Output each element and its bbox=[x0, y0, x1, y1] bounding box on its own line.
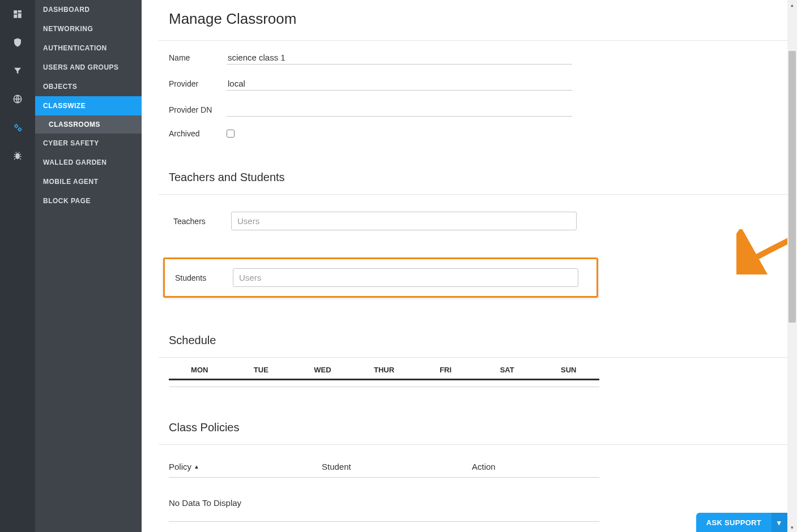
sidebar-item-cyber-safety[interactable]: CYBER SAFETY bbox=[35, 134, 142, 153]
gears-icon bbox=[12, 122, 23, 132]
scroll-down-icon[interactable]: ▾ bbox=[787, 522, 797, 532]
policies-header: Policy ▲ Student Action bbox=[169, 445, 599, 478]
bug-icon bbox=[12, 151, 23, 161]
rail-gears[interactable] bbox=[0, 113, 35, 141]
sort-asc-icon: ▲ bbox=[194, 464, 199, 470]
rail-bug[interactable] bbox=[0, 141, 35, 170]
sidebar-item-walled-garden[interactable]: WALLED GARDEN bbox=[35, 153, 142, 172]
row-name: Name bbox=[169, 51, 770, 65]
section-teachers-students: Teachers and Students bbox=[159, 156, 770, 194]
sidebar-item-authentication[interactable]: AUTHENTICATION bbox=[35, 38, 142, 58]
label-teachers: Teachers bbox=[173, 217, 231, 226]
row-providerdn: Provider DN bbox=[169, 103, 770, 117]
section-schedule: Schedule bbox=[159, 319, 770, 357]
page-title: Manage Classroom bbox=[159, 0, 770, 40]
policies-block: Policy ▲ Student Action No Data To Displ… bbox=[159, 445, 770, 522]
label-students: Students bbox=[175, 273, 233, 282]
ask-support-button[interactable]: ASK SUPPORT bbox=[696, 513, 772, 532]
sidebar-item-networking[interactable]: NETWORKING bbox=[35, 19, 142, 38]
rail-filter[interactable] bbox=[0, 57, 35, 85]
chevron-down-icon: ▾ bbox=[777, 518, 781, 527]
rail-globe[interactable] bbox=[0, 85, 35, 113]
input-teachers[interactable] bbox=[231, 212, 577, 230]
globe-icon bbox=[12, 94, 23, 104]
row-students: Students bbox=[163, 258, 598, 298]
day-sun[interactable]: SUN bbox=[538, 362, 599, 379]
day-fri[interactable]: FRI bbox=[415, 362, 476, 379]
svg-point-3 bbox=[15, 153, 20, 160]
ask-support-dropdown[interactable]: ▾ bbox=[772, 513, 787, 532]
sidebar-item-objects[interactable]: OBJECTS bbox=[35, 77, 142, 96]
col-policy[interactable]: Policy ▲ bbox=[169, 462, 322, 471]
day-mon[interactable]: MON bbox=[169, 362, 231, 379]
icon-rail bbox=[0, 0, 35, 532]
checkbox-archived[interactable] bbox=[227, 130, 235, 138]
divider bbox=[169, 521, 599, 522]
col-student[interactable]: Student bbox=[322, 462, 472, 471]
input-providerdn[interactable] bbox=[227, 103, 572, 117]
sidebar-item-mobile-agent[interactable]: MOBILE AGENT bbox=[35, 172, 142, 191]
section-policies: Class Policies bbox=[159, 387, 770, 444]
sidebar-item-dashboard[interactable]: DASHBOARD bbox=[35, 0, 142, 19]
svg-point-1 bbox=[15, 125, 18, 128]
label-name: Name bbox=[169, 53, 227, 62]
vertical-scrollbar[interactable]: ▴ ▾ bbox=[787, 0, 797, 532]
content-wrap: Manage Classroom Name Provider Provider … bbox=[142, 0, 797, 532]
input-provider[interactable] bbox=[227, 77, 572, 91]
filter-icon bbox=[13, 66, 22, 75]
col-action[interactable]: Action bbox=[472, 462, 585, 471]
policies-empty: No Data To Display bbox=[169, 478, 770, 521]
input-name[interactable] bbox=[227, 51, 572, 65]
label-archived: Archived bbox=[169, 129, 227, 138]
sidebar-item-users-groups[interactable]: USERS AND GROUPS bbox=[35, 58, 142, 77]
scroll-up-icon[interactable]: ▴ bbox=[787, 0, 797, 10]
schedule-body bbox=[169, 380, 599, 387]
input-students[interactable] bbox=[233, 268, 578, 287]
scroll-thumb[interactable] bbox=[789, 51, 796, 323]
sidebar: DASHBOARD NETWORKING AUTHENTICATION USER… bbox=[35, 0, 142, 532]
teachers-students-block: Teachers Students bbox=[159, 195, 770, 319]
ask-support: ASK SUPPORT ▾ bbox=[696, 513, 787, 532]
day-thur[interactable]: THUR bbox=[353, 362, 415, 379]
col-policy-label: Policy bbox=[169, 462, 191, 471]
rail-shield[interactable] bbox=[0, 28, 35, 57]
day-wed[interactable]: WED bbox=[292, 362, 353, 379]
sidebar-item-block-page[interactable]: BLOCK PAGE bbox=[35, 191, 142, 211]
divider bbox=[159, 357, 787, 358]
label-providerdn: Provider DN bbox=[169, 105, 227, 114]
sidebar-sub-classrooms[interactable]: CLASSROOMS bbox=[35, 115, 142, 134]
day-sat[interactable]: SAT bbox=[476, 362, 538, 379]
shield-icon bbox=[12, 37, 23, 48]
dashboard-icon bbox=[12, 9, 23, 19]
day-tue[interactable]: TUE bbox=[231, 362, 292, 379]
row-provider: Provider bbox=[169, 77, 770, 91]
row-teachers: Teachers bbox=[169, 203, 770, 239]
schedule-header: MON TUE WED THUR FRI SAT SUN bbox=[169, 362, 599, 380]
classroom-form: Name Provider Provider DN Archived bbox=[159, 41, 770, 156]
svg-point-2 bbox=[19, 128, 22, 131]
label-provider: Provider bbox=[169, 79, 227, 88]
row-archived: Archived bbox=[169, 129, 770, 138]
schedule-block: MON TUE WED THUR FRI SAT SUN bbox=[159, 362, 770, 387]
sidebar-item-classwize[interactable]: CLASSWIZE bbox=[35, 96, 142, 115]
rail-dashboard[interactable] bbox=[0, 0, 35, 28]
content-scroll[interactable]: Manage Classroom Name Provider Provider … bbox=[142, 0, 787, 532]
